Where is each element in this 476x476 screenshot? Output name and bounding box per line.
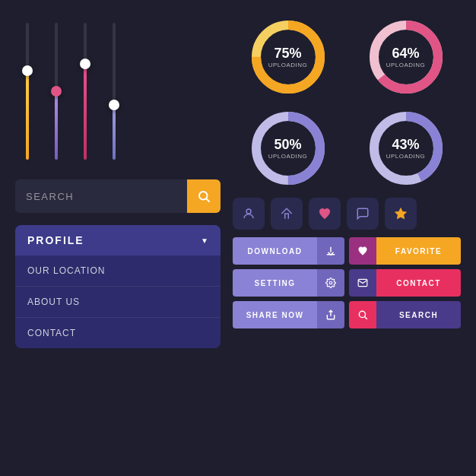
svg-point-10: [246, 209, 251, 214]
menu-item-location[interactable]: OUR LOCATION: [15, 255, 221, 287]
setting-button[interactable]: SETTING: [233, 269, 344, 297]
user-icon-button[interactable]: [233, 198, 265, 230]
search-action-icon: [349, 301, 376, 328]
share-button[interactable]: SHARE NOW: [233, 301, 344, 328]
chart-3-label: UPLOADING: [268, 153, 308, 160]
chevron-down-icon: ▼: [201, 236, 208, 245]
search-input[interactable]: [15, 191, 187, 202]
chart-4: 43% UPLOADING: [351, 106, 461, 190]
profile-title: PROFILE: [27, 234, 84, 246]
chart-3: 50% UPLOADING: [233, 106, 343, 190]
chart-1: 75% UPLOADING: [233, 15, 343, 99]
chart-3-percent: 50%: [268, 137, 308, 153]
chart-2: 64% UPLOADING: [351, 15, 461, 99]
profile-header[interactable]: PROFILE ▼: [15, 225, 221, 255]
share-icon: [317, 301, 344, 328]
chart-4-percent: 43%: [386, 137, 426, 153]
svg-point-12: [329, 281, 332, 284]
right-column: 75% UPLOADING 64% UPLOADING: [233, 15, 461, 461]
slider-2[interactable]: [49, 23, 64, 160]
svg-line-15: [365, 317, 367, 319]
search-box: [15, 179, 221, 213]
home-icon-button[interactable]: [271, 198, 303, 230]
chat-icon-button[interactable]: [347, 198, 379, 230]
sliders-section: [15, 15, 221, 167]
svg-marker-11: [395, 208, 407, 219]
favorite-label: FAVORITE: [376, 237, 461, 265]
contact-icon: [349, 269, 376, 297]
search-button[interactable]: [187, 179, 221, 213]
menu-item-about[interactable]: ABOUT US: [15, 287, 221, 318]
chart-1-percent: 75%: [268, 46, 308, 62]
setting-icon: [317, 269, 344, 297]
contact-label: CONTACT: [376, 269, 461, 297]
main-container: PROFILE ▼ OUR LOCATION ABOUT US CONTACT …: [0, 0, 476, 476]
slider-1[interactable]: [20, 23, 35, 160]
left-column: PROFILE ▼ OUR LOCATION ABOUT US CONTACT: [15, 15, 221, 461]
favorite-button[interactable]: FAVORITE: [349, 237, 461, 265]
download-button[interactable]: DOWNLOAD: [233, 237, 344, 265]
action-buttons-grid: DOWNLOAD FAVORITE SETTING: [233, 237, 461, 328]
search-action-label: SEARCH: [376, 301, 461, 328]
setting-label: SETTING: [233, 269, 317, 297]
search-action-button[interactable]: SEARCH: [349, 301, 461, 328]
favorite-icon: [349, 237, 376, 265]
icon-buttons-row: [233, 198, 461, 230]
chart-2-label: UPLOADING: [386, 62, 426, 68]
chart-4-label: UPLOADING: [386, 153, 426, 160]
heart-icon-button[interactable]: [309, 198, 341, 230]
contact-button[interactable]: CONTACT: [349, 269, 461, 297]
star-icon-button[interactable]: [385, 198, 417, 230]
svg-point-14: [359, 311, 365, 317]
slider-4[interactable]: [106, 23, 122, 160]
svg-point-0: [199, 192, 208, 200]
download-label: DOWNLOAD: [233, 237, 317, 265]
share-label: SHARE NOW: [233, 301, 317, 328]
charts-grid: 75% UPLOADING 64% UPLOADING: [233, 15, 461, 190]
chart-1-label: UPLOADING: [268, 62, 308, 68]
svg-line-1: [206, 198, 209, 202]
download-icon: [317, 237, 344, 265]
slider-3[interactable]: [78, 23, 93, 160]
profile-dropdown: PROFILE ▼ OUR LOCATION ABOUT US CONTACT: [15, 225, 221, 348]
menu-item-contact[interactable]: CONTACT: [15, 318, 221, 348]
chart-2-percent: 64%: [386, 46, 426, 62]
